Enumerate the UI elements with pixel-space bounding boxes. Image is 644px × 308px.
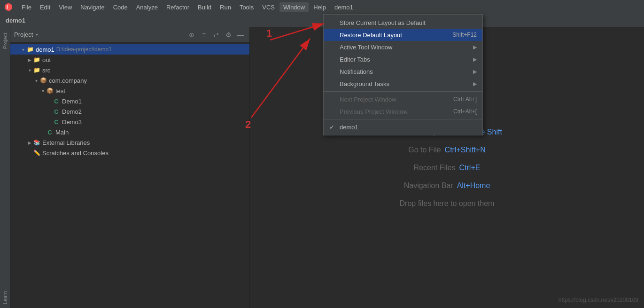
tree-item-ext-libs[interactable]: ▶ 📚 External Libraries — [10, 137, 249, 148]
menu-demo1[interactable]: demo1 — [331, 2, 357, 12]
label-scratches: Scratches and Consoles — [42, 150, 109, 157]
class-icon-Demo3: C — [53, 118, 60, 126]
menu-separator-2 — [324, 119, 482, 119]
hint-navbar-text: Navigation Bar — [404, 182, 453, 190]
label-test: test — [55, 87, 65, 95]
tree-item-test[interactable]: ▾ 📦 test — [10, 86, 249, 96]
menu-navigate[interactable]: Navigate — [77, 2, 108, 12]
label-com-company: com.company — [49, 77, 87, 84]
path-demo1-root: D:\idea-project\demo1 — [56, 46, 112, 53]
watermark: https://blog.csdn.net/v20200109 — [559, 297, 638, 303]
shortcut-restore-layout: Shift+F12 — [452, 32, 477, 38]
arrow-active-tool-window: ▶ — [473, 44, 477, 50]
panel-expand-btn[interactable]: ≡ — [199, 30, 209, 40]
hint-recent-shortcut: Ctrl+E — [459, 164, 481, 172]
label-Demo1: Demo1 — [62, 98, 82, 105]
label-src: src — [42, 67, 50, 74]
sidebar-learn-icon[interactable]: Learn — [1, 287, 9, 308]
panel-minimize-btn[interactable]: — — [235, 30, 246, 40]
tree-item-Demo3[interactable]: C Demo3 — [10, 117, 249, 127]
sidebar-icons: Project Learn — [0, 27, 10, 308]
scratches-icon: ✏️ — [33, 149, 40, 157]
panel-chevron-icon: ▾ — [36, 32, 38, 37]
menu-prev-project: Previous Project Window Ctrl+Alt+[ — [324, 105, 482, 118]
hint-goto-text: Go to File — [408, 146, 441, 154]
label-restore-layout: Restore Default Layout — [340, 32, 402, 39]
menu-build[interactable]: Build — [194, 2, 215, 12]
menu-code[interactable]: Code — [109, 2, 132, 12]
project-title: demo1 — [6, 17, 25, 24]
menu-help[interactable]: Help — [310, 2, 330, 12]
svg-text:I: I — [7, 5, 8, 10]
tree-item-demo1-root[interactable]: ▾ 📁 demo1 D:\idea-project\demo1 — [10, 44, 249, 55]
menu-window[interactable]: Window — [279, 2, 309, 12]
label-Main: Main — [55, 129, 69, 136]
label-notifications: Notifications — [340, 68, 373, 75]
menu-restore-layout[interactable]: Restore Default Layout Shift+F12 — [324, 29, 482, 41]
menu-store-layout[interactable]: Store Current Layout as Default — [324, 16, 482, 29]
hint-recent-files: Recent Files Ctrl+E — [414, 164, 481, 172]
expand-ext-libs: ▶ — [26, 140, 33, 145]
titlebar: demo1 — [0, 14, 644, 27]
menu-demo1-item[interactable]: ✓ demo1 — [324, 121, 482, 133]
menu-edit[interactable]: Edit — [36, 2, 54, 12]
svg-point-0 — [5, 3, 12, 11]
label-ext-libs: External Libraries — [42, 139, 90, 146]
label-out: out — [42, 56, 51, 63]
project-panel-header: Project ▾ ⊕ ≡ ⇄ ⚙ — — [10, 27, 249, 42]
class-icon-Demo2: C — [53, 108, 60, 115]
panel-settings-btn[interactable]: ⚙ — [223, 30, 233, 40]
sidebar-project-icon[interactable]: Project — [1, 29, 9, 53]
label-background-tasks: Background Tasks — [340, 80, 389, 87]
tree-item-Main[interactable]: C Main — [10, 127, 249, 137]
project-panel: Project ▾ ⊕ ≡ ⇄ ⚙ — ▾ 📁 demo1 D:\idea-pr… — [10, 27, 250, 308]
tree-item-com-company[interactable]: ▾ 📦 com.company — [10, 75, 249, 86]
panel-collapse-btn[interactable]: ⇄ — [211, 30, 221, 40]
menu-background-tasks[interactable]: Background Tasks ▶ — [324, 78, 482, 90]
menu-active-tool-window[interactable]: Active Tool Window ▶ — [324, 41, 482, 53]
label-Demo3: Demo3 — [62, 118, 82, 126]
menu-analyze[interactable]: Analyze — [132, 2, 162, 12]
hint-recent-text: Recent Files — [414, 164, 456, 172]
menu-run[interactable]: Run — [216, 2, 235, 12]
expand-com-company: ▾ — [33, 78, 39, 83]
arrow-notifications: ▶ — [473, 69, 477, 75]
tree-item-src[interactable]: ▾ 📁 src — [10, 65, 249, 75]
tree-item-scratches[interactable]: ✏️ Scratches and Consoles — [10, 148, 249, 158]
hint-drop-text: Drop files here to open them — [400, 199, 495, 208]
tree-container: ▾ 📁 demo1 D:\idea-project\demo1 ▶ 📁 out … — [10, 42, 249, 308]
folder-icon-demo1: 📁 — [26, 46, 34, 53]
package-icon-test: 📦 — [46, 87, 54, 95]
menu-file[interactable]: File — [18, 2, 35, 12]
label-store-layout: Store Current Layout as Default — [340, 19, 426, 26]
menu-separator-1 — [324, 91, 482, 92]
folder-icon-out: 📁 — [33, 56, 40, 63]
label-Demo2: Demo2 — [62, 108, 82, 115]
expand-out: ▶ — [26, 57, 33, 63]
label-next-project: Next Project Window — [340, 96, 396, 103]
menu-editor-tabs[interactable]: Editor Tabs ▶ — [324, 53, 482, 65]
panel-locate-btn[interactable]: ⊕ — [186, 30, 197, 40]
class-icon-Main: C — [46, 128, 54, 136]
panel-actions: ⊕ ≡ ⇄ ⚙ — — [186, 30, 246, 40]
menu-notifications[interactable]: Notifications ▶ — [324, 65, 482, 78]
menubar: I File Edit View Navigate Code Analyze R… — [0, 0, 644, 14]
menu-tools[interactable]: Tools — [236, 2, 257, 12]
hint-go-to-file: Go to File Ctrl+Shift+N — [408, 146, 486, 154]
menu-vcs[interactable]: VCS — [258, 2, 279, 12]
menu-refactor[interactable]: Refactor — [163, 2, 193, 12]
menu-next-project: Next Project Window Ctrl+Alt+] — [324, 93, 482, 105]
expand-demo1-root: ▾ — [20, 47, 26, 52]
tree-item-Demo2[interactable]: C Demo2 — [10, 106, 249, 117]
shortcut-prev-project: Ctrl+Alt+[ — [453, 108, 477, 115]
class-icon-Demo1: C — [53, 97, 60, 105]
hint-goto-shortcut: Ctrl+Shift+N — [445, 146, 486, 154]
label-demo1-item: demo1 — [340, 124, 358, 131]
folder-icon-src: 📁 — [33, 66, 40, 74]
shortcut-next-project: Ctrl+Alt+] — [453, 96, 477, 103]
check-demo1-item: ✓ — [329, 124, 337, 131]
tree-item-out[interactable]: ▶ 📁 out — [10, 55, 249, 65]
menu-view[interactable]: View — [55, 2, 76, 12]
tree-item-Demo1[interactable]: C Demo1 — [10, 96, 249, 106]
arrow-background-tasks: ▶ — [473, 81, 477, 87]
